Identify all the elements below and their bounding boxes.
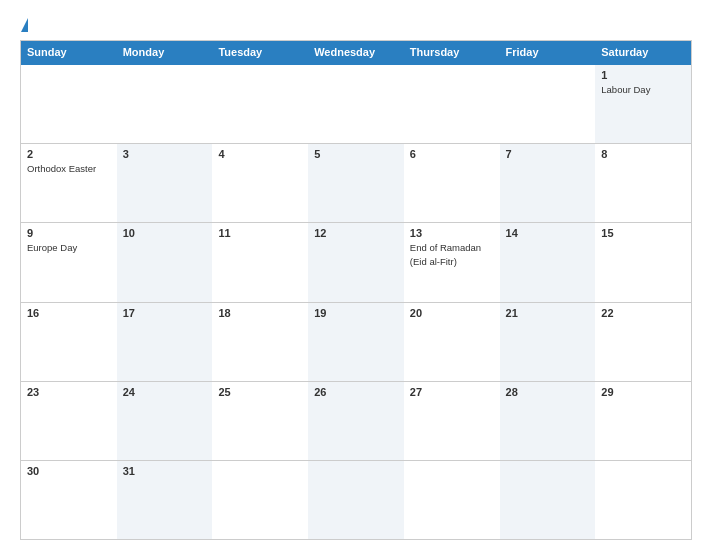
weekday-header-tuesday: Tuesday xyxy=(212,41,308,63)
cal-cell: 24 xyxy=(117,382,213,460)
cal-cell: 29 xyxy=(595,382,691,460)
cal-cell xyxy=(500,461,596,539)
cal-cell: 9Europe Day xyxy=(21,223,117,301)
day-number: 7 xyxy=(506,148,590,160)
weekday-header-friday: Friday xyxy=(500,41,596,63)
cal-cell xyxy=(500,65,596,143)
cal-cell: 5 xyxy=(308,144,404,222)
day-number: 18 xyxy=(218,307,302,319)
cal-cell: 8 xyxy=(595,144,691,222)
day-number: 16 xyxy=(27,307,111,319)
week-row-2: 2Orthodox Easter345678 xyxy=(21,143,691,222)
week-row-5: 23242526272829 xyxy=(21,381,691,460)
event-label: Orthodox Easter xyxy=(27,163,96,174)
cal-cell: 19 xyxy=(308,303,404,381)
day-number: 23 xyxy=(27,386,111,398)
day-number: 10 xyxy=(123,227,207,239)
cal-cell: 20 xyxy=(404,303,500,381)
day-number: 15 xyxy=(601,227,685,239)
weekday-header-wednesday: Wednesday xyxy=(308,41,404,63)
cal-cell: 23 xyxy=(21,382,117,460)
cal-cell: 30 xyxy=(21,461,117,539)
day-number: 21 xyxy=(506,307,590,319)
cal-cell xyxy=(21,65,117,143)
cal-cell: 4 xyxy=(212,144,308,222)
event-label: End of Ramadan (Eid al-Fitr) xyxy=(410,242,481,266)
weekday-header-thursday: Thursday xyxy=(404,41,500,63)
weekday-header-saturday: Saturday xyxy=(595,41,691,63)
cal-cell: 17 xyxy=(117,303,213,381)
cal-cell: 7 xyxy=(500,144,596,222)
day-number: 14 xyxy=(506,227,590,239)
cal-cell: 14 xyxy=(500,223,596,301)
day-number: 1 xyxy=(601,69,685,81)
cal-cell: 12 xyxy=(308,223,404,301)
cal-cell: 13End of Ramadan (Eid al-Fitr) xyxy=(404,223,500,301)
day-number: 5 xyxy=(314,148,398,160)
day-number: 30 xyxy=(27,465,111,477)
day-number: 20 xyxy=(410,307,494,319)
day-number: 9 xyxy=(27,227,111,239)
cal-cell: 26 xyxy=(308,382,404,460)
day-number: 6 xyxy=(410,148,494,160)
weekday-header-monday: Monday xyxy=(117,41,213,63)
cal-cell: 18 xyxy=(212,303,308,381)
cal-cell: 1Labour Day xyxy=(595,65,691,143)
cal-cell xyxy=(404,461,500,539)
week-row-4: 16171819202122 xyxy=(21,302,691,381)
calendar-grid: SundayMondayTuesdayWednesdayThursdayFrid… xyxy=(20,40,692,540)
cal-cell xyxy=(308,461,404,539)
cal-cell: 16 xyxy=(21,303,117,381)
cal-cell: 6 xyxy=(404,144,500,222)
logo xyxy=(20,18,28,32)
event-label: Europe Day xyxy=(27,242,77,253)
calendar-page: SundayMondayTuesdayWednesdayThursdayFrid… xyxy=(0,0,712,550)
day-number: 24 xyxy=(123,386,207,398)
cal-cell: 25 xyxy=(212,382,308,460)
day-number: 2 xyxy=(27,148,111,160)
cal-cell: 28 xyxy=(500,382,596,460)
cal-cell: 3 xyxy=(117,144,213,222)
cal-cell: 10 xyxy=(117,223,213,301)
week-row-3: 9Europe Day10111213End of Ramadan (Eid a… xyxy=(21,222,691,301)
day-number: 11 xyxy=(218,227,302,239)
day-number: 8 xyxy=(601,148,685,160)
cal-cell xyxy=(595,461,691,539)
day-number: 29 xyxy=(601,386,685,398)
day-number: 19 xyxy=(314,307,398,319)
country-label xyxy=(632,18,692,22)
calendar-body: 1Labour Day2Orthodox Easter3456789Europe… xyxy=(21,63,691,539)
cal-cell: 2Orthodox Easter xyxy=(21,144,117,222)
day-number: 22 xyxy=(601,307,685,319)
cal-cell: 11 xyxy=(212,223,308,301)
cal-cell: 22 xyxy=(595,303,691,381)
event-label: Labour Day xyxy=(601,84,650,95)
week-row-1: 1Labour Day xyxy=(21,63,691,143)
calendar-header: SundayMondayTuesdayWednesdayThursdayFrid… xyxy=(21,41,691,63)
cal-cell xyxy=(308,65,404,143)
page-header xyxy=(20,18,692,32)
cal-cell: 21 xyxy=(500,303,596,381)
day-number: 12 xyxy=(314,227,398,239)
day-number: 4 xyxy=(218,148,302,160)
cal-cell xyxy=(117,65,213,143)
day-number: 28 xyxy=(506,386,590,398)
day-number: 13 xyxy=(410,227,494,239)
logo-triangle-icon xyxy=(21,18,28,32)
cal-cell: 15 xyxy=(595,223,691,301)
week-row-6: 3031 xyxy=(21,460,691,539)
day-number: 26 xyxy=(314,386,398,398)
day-number: 25 xyxy=(218,386,302,398)
weekday-header-sunday: Sunday xyxy=(21,41,117,63)
day-number: 3 xyxy=(123,148,207,160)
cal-cell xyxy=(404,65,500,143)
cal-cell xyxy=(212,65,308,143)
cal-cell xyxy=(212,461,308,539)
cal-cell: 31 xyxy=(117,461,213,539)
day-number: 27 xyxy=(410,386,494,398)
cal-cell: 27 xyxy=(404,382,500,460)
day-number: 17 xyxy=(123,307,207,319)
day-number: 31 xyxy=(123,465,207,477)
